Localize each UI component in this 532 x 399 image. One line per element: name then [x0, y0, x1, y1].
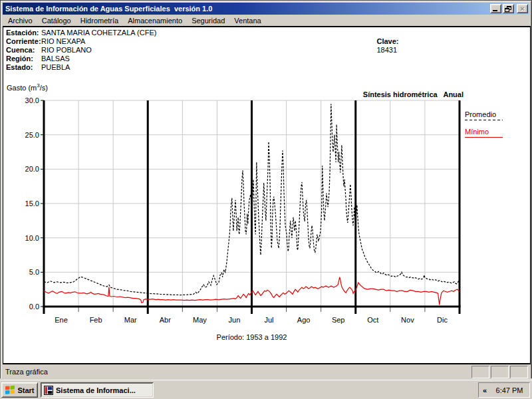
legend-entry-minimo: Mínimo [465, 128, 529, 138]
month-label-ene: Ene [55, 316, 68, 324]
period-caption: Período: 1953 a 1992 [217, 333, 287, 341]
close-icon: × [517, 5, 527, 13]
y-tick-label: 0.0 [29, 303, 39, 311]
taskbar: Start Sistema de Informaci... « 6:47 PM [0, 380, 532, 399]
taskbar-clock[interactable]: 6:47 PM [491, 386, 529, 394]
month-label-mar: Mar [124, 316, 137, 324]
month-label-ago: Ago [297, 316, 311, 324]
status-bar: Traza gráfica [3, 364, 529, 379]
hydrometric-chart: 0.05.010.015.020.025.030.0EneFebMarAbrMa… [3, 27, 530, 363]
menu-item-almacenamiento[interactable]: Almacenamiento [123, 15, 187, 26]
month-label-jun: Jun [229, 316, 241, 324]
menu-item-seguridad[interactable]: Seguridad [187, 15, 229, 26]
month-label-abr: Abr [160, 316, 171, 324]
app-icon [44, 386, 53, 395]
y-tick-label: 25.0 [25, 131, 39, 139]
y-tick-label: 20.0 [25, 165, 39, 173]
windows-logo-icon [5, 385, 15, 395]
menu-item-archivo[interactable]: Archivo [3, 15, 37, 26]
system-tray: « 6:47 PM [478, 382, 530, 398]
minimize-button[interactable] [490, 4, 501, 13]
legend-line-sample [465, 137, 503, 138]
y-tick-label: 5.0 [29, 268, 39, 276]
month-label-oct: Oct [367, 316, 378, 324]
month-label-may: May [193, 316, 207, 324]
y-tick-label: 10.0 [25, 234, 39, 242]
month-label-feb: Feb [90, 316, 102, 324]
month-label-jul: Jul [265, 316, 274, 324]
window-controls: × [489, 4, 528, 13]
legend-label: Mínimo [465, 128, 529, 136]
minimize-icon [493, 10, 497, 11]
status-text: Traza gráfica [3, 368, 48, 376]
title-bar: Sistema de Información de Aguas Superfic… [3, 3, 529, 15]
month-label-dic: Dic [437, 316, 448, 324]
close-button[interactable]: × [517, 4, 528, 13]
month-label-nov: Nov [401, 316, 414, 324]
app-window: Sistema de Información de Aguas Superfic… [0, 0, 532, 380]
taskbar-task-button[interactable]: Sistema de Informaci... [41, 382, 154, 398]
menu-item-catalogo[interactable]: Catálogo [37, 15, 76, 26]
status-panel-2 [491, 366, 509, 378]
window-title: Sistema de Información de Aguas Superfic… [5, 5, 212, 13]
menu-item-hidrometria[interactable]: Hidrometría [76, 15, 123, 26]
menu-item-ventana[interactable]: Ventana [229, 15, 265, 26]
y-tick-label: 15.0 [25, 200, 39, 207]
menu-bar: ArchivoCatálogoHidrometríaAlmacenamiento… [3, 15, 529, 26]
legend-label: Promedio [465, 110, 529, 119]
legend-line-sample [465, 120, 503, 120]
status-panel-3 [510, 366, 528, 378]
client-area: Estación:SANTA MARIA COHETZALA (CFE)Corr… [3, 26, 531, 364]
legend-entry-promedio: Promedio [465, 110, 529, 120]
chart-legend: PromedioMínimo [465, 110, 529, 145]
start-button[interactable]: Start [1, 382, 38, 398]
restore-button[interactable] [503, 4, 514, 13]
y-tick-label: 30.0 [25, 96, 39, 104]
tray-collapse-chevron[interactable]: « [479, 386, 491, 394]
month-label-sep: Sep [332, 316, 345, 324]
start-label: Start [17, 386, 34, 394]
status-panel-1 [471, 366, 489, 378]
task-label: Sistema de Informaci... [56, 386, 136, 394]
